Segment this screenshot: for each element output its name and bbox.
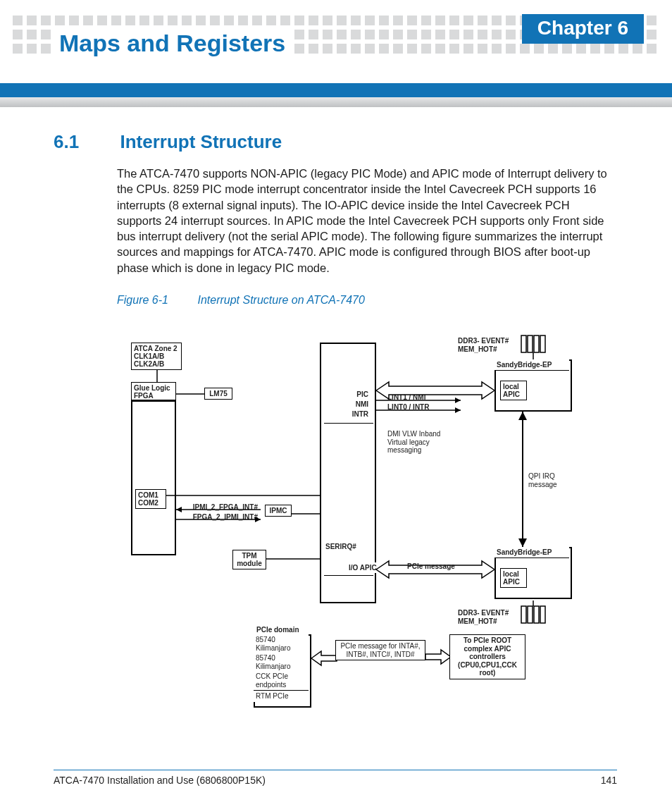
glue-logic-container: [131, 400, 176, 555]
section: 6.1 Interrupt Structure The ATCA-7470 su…: [54, 131, 617, 307]
pd2: 85740 Kilimanjaro: [254, 653, 309, 672]
rootcomplex-box: To PCIe ROOT complex APIC controllers (C…: [449, 634, 525, 679]
svg-marker-12: [455, 407, 461, 413]
svg-rect-16: [540, 335, 545, 352]
nmi-label: NMI: [342, 399, 371, 409]
section-title: Interrupt Structure: [120, 131, 282, 153]
lm75-box: LM75: [204, 388, 232, 400]
figure-caption-text: Interrupt Structure on ATCA-7470: [197, 294, 364, 306]
svg-marker-28: [311, 651, 337, 665]
svg-rect-25: [534, 606, 539, 623]
pic-label: PIC: [342, 389, 371, 400]
dmi-label: DMI VLW Inband Virtual legacy messaging: [387, 430, 458, 455]
svg-rect-26: [540, 606, 545, 623]
svg-marker-3: [176, 507, 182, 512]
interrupt-diagram: ATCA Zone 2 CLK1A/B CLK2A/B Glue Logic F…: [127, 331, 620, 740]
svg-rect-23: [521, 606, 526, 623]
svg-marker-5: [255, 517, 261, 522]
section-body: The ATCA-7470 supports NON-APIC (legacy …: [117, 166, 617, 276]
figure-label: Figure 6-1: [117, 294, 194, 307]
pd1: 85740 Kilimanjaro: [254, 634, 309, 654]
pd3: CCK PCIe endpoints: [254, 671, 309, 691]
pcie-msg-label: PCIe message: [407, 562, 455, 571]
serirq-label: SERIRQ#: [325, 543, 356, 551]
atca-zone-box: ATCA Zone 2 CLK1A/B CLK2A/B: [131, 343, 182, 370]
intr-label: INTR: [342, 409, 371, 419]
local-apic-bottom: local APIC: [500, 568, 527, 588]
svg-rect-13: [521, 335, 526, 352]
ddr3-top-label: DDR3- EVENT# MEM_HOT#: [458, 337, 528, 353]
pd4: RTM PCIe: [254, 691, 309, 702]
chapter-title: Maps and Registers: [54, 30, 291, 57]
header-gray-bar: [0, 97, 672, 107]
svg-marker-20: [518, 412, 527, 420]
footer-left: ATCA-7470 Installation and Use (6806800P…: [54, 775, 266, 786]
ddr3-bottom-label: DDR3- EVENT# MEM_HOT#: [458, 609, 528, 625]
svg-rect-24: [528, 606, 533, 623]
glue-logic-box: Glue Logic FPGA: [131, 382, 176, 400]
com-box: COM1 COM2: [135, 489, 166, 509]
svg-marker-21: [518, 538, 527, 547]
sandybridge-top-label: SandyBridge-EP: [494, 359, 569, 371]
sandybridge-bottom-label: SandyBridge-EP: [494, 547, 569, 558]
footer-page: 141: [601, 775, 617, 786]
header-blue-bar: [0, 83, 672, 97]
page-footer: ATCA-7470 Installation and Use (6806800P…: [54, 770, 617, 786]
pcie-domain-title: PCIe domain: [256, 626, 299, 634]
ipmc-box: IPMC: [265, 505, 292, 517]
svg-marker-29: [425, 650, 451, 664]
intmsg-box: PCIe message for INTA#, INTB#, INTC#, IN…: [335, 640, 425, 660]
local-apic-top: local APIC: [500, 381, 527, 400]
svg-marker-18: [376, 382, 494, 399]
tpm-box: TPM module: [232, 550, 266, 569]
figure-caption: Figure 6-1 Interrupt Structure on ATCA-7…: [117, 294, 617, 307]
chapter-badge: Chapter 6: [522, 14, 644, 44]
svg-rect-14: [528, 335, 533, 352]
section-number: 6.1: [54, 131, 117, 153]
svg-rect-15: [534, 335, 539, 352]
